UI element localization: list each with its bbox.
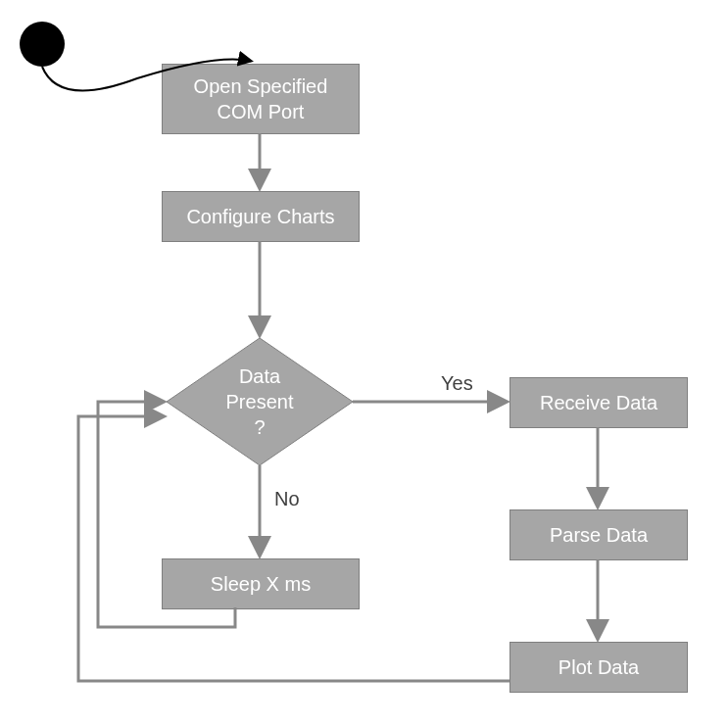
box-receive-data: Receive Data xyxy=(510,377,688,428)
box-plot-data: Plot Data xyxy=(510,642,688,693)
label-no: No xyxy=(274,488,300,510)
box-label: Parse Data xyxy=(550,522,648,548)
box-open-com-port: Open SpecifiedCOM Port xyxy=(162,64,360,134)
box-label: Sleep X ms xyxy=(211,571,311,597)
box-label: Configure Charts xyxy=(186,204,334,229)
box-label: Plot Data xyxy=(558,654,639,680)
box-label: Receive Data xyxy=(540,390,657,415)
connectors xyxy=(0,0,728,726)
box-parse-data: Parse Data xyxy=(510,509,688,560)
box-label: Open SpecifiedCOM Port xyxy=(194,73,328,124)
decision-label: DataPresent? xyxy=(226,363,294,440)
label-yes: Yes xyxy=(441,372,473,395)
decision-data-present: DataPresent? xyxy=(167,338,353,465)
box-sleep: Sleep X ms xyxy=(162,558,360,609)
start-node xyxy=(20,22,65,67)
box-configure-charts: Configure Charts xyxy=(162,191,360,242)
